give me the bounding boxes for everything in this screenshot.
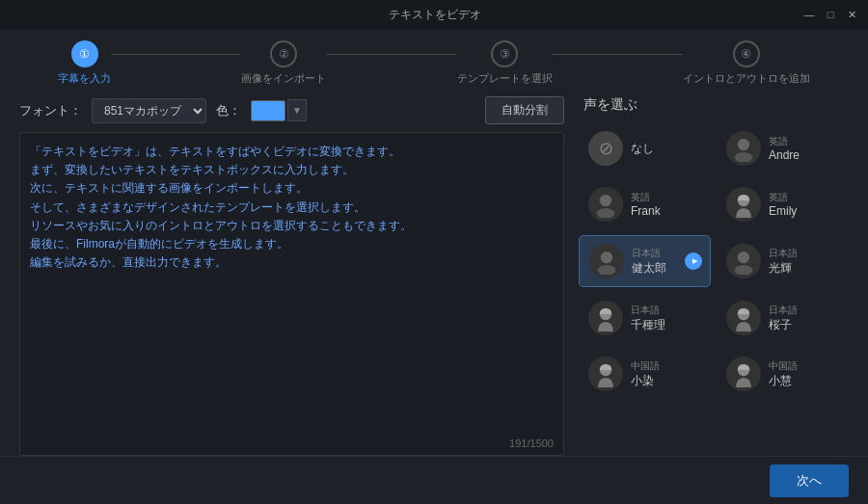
voice-avatar-kentaro (589, 244, 624, 279)
color-swatch[interactable] (251, 100, 285, 121)
step-line-3 (553, 54, 683, 55)
svg-point-1 (735, 152, 753, 162)
voice-lang-chisato: 日本語 (631, 304, 665, 317)
avatar-icon-frank (592, 191, 619, 218)
avatar-icon-chisato (592, 305, 619, 332)
bottom-bar: 次へ (0, 456, 868, 504)
maximize-button[interactable]: □ (824, 8, 837, 21)
voice-info-emily: 英語 Emily (769, 191, 797, 218)
voice-item-chisato[interactable]: 日本語 千種理 (579, 293, 711, 343)
text-input[interactable]: 「テキストをビデオ」は、テキストをすばやくビデオに変換できます。 まず、変換した… (20, 133, 563, 455)
svg-point-6 (598, 265, 616, 275)
voice-name-mitsuki: 光輝 (769, 260, 798, 277)
step-3-label: テンプレートを選択 (457, 71, 553, 86)
voice-item-frank[interactable]: 英語 Frank (579, 179, 711, 229)
step-line-1 (111, 54, 241, 55)
left-panel: フォント： 851マカポップ 色： ▼ 自動分割 「テキストをビデオ」は、テキス… (19, 96, 564, 456)
svg-point-2 (600, 195, 611, 206)
voice-name-frank: Frank (631, 204, 661, 218)
voice-name-sakurako: 桜子 (769, 317, 798, 333)
main-content: フォント： 851マカポップ 色： ▼ 自動分割 「テキストをビデオ」は、テキス… (0, 96, 868, 456)
voice-lang-xiaoran: 中国語 (631, 359, 660, 373)
voice-avatar-xiaohui (726, 357, 761, 391)
voice-name-andre: Andre (769, 148, 800, 162)
svg-point-5 (601, 252, 612, 263)
voice-info-xiaohui: 中国語 小慧 (769, 359, 798, 389)
avatar-icon-sakurako (730, 305, 757, 332)
voice-info-andre: 英語 Andre (769, 135, 800, 162)
voice-info-mitsuki: 日本語 光輝 (769, 247, 798, 277)
voice-title: 声を選ぶ (579, 96, 849, 114)
step-3[interactable]: ③ テンプレートを選択 (457, 40, 553, 86)
voice-lang-emily: 英語 (769, 191, 797, 204)
color-picker[interactable]: ▼ (251, 99, 307, 121)
steps-bar: ① 字幕を入力 ② 画像をインポート ③ テンプレートを選択 ④ イントロとアウ… (0, 29, 868, 96)
voice-item-kentaro[interactable]: 日本語 健太郎 (579, 235, 711, 287)
step-2[interactable]: ② 画像をインポート (241, 40, 326, 86)
voice-item-sakurako[interactable]: 日本語 桜子 (717, 293, 849, 343)
toolbar: フォント： 851マカポップ 色： ▼ 自動分割 (19, 96, 564, 124)
step-4-circle: ④ (733, 40, 760, 67)
avatar-icon-xiaohui (730, 360, 757, 387)
voice-item-mitsuki[interactable]: 日本語 光輝 (717, 235, 849, 287)
voice-info-chisato: 日本語 千種理 (631, 304, 665, 333)
voice-info-kentaro: 日本語 健太郎 (632, 247, 666, 277)
color-dropdown-arrow[interactable]: ▼ (287, 99, 307, 121)
voice-item-xiaoran[interactable]: 中国語 小染 (579, 349, 711, 399)
title-bar: テキストをビデオ — □ ✕ (0, 0, 868, 29)
voice-name-kentaro: 健太郎 (632, 260, 666, 277)
voice-name-xiaohui: 小慧 (769, 373, 798, 389)
step-3-circle: ③ (491, 40, 518, 67)
voice-lang-mitsuki: 日本語 (769, 247, 798, 260)
voice-avatar-xiaoran (588, 357, 623, 391)
voice-play-button-kentaro[interactable] (685, 252, 702, 270)
step-2-circle: ② (270, 40, 297, 67)
voice-item-none[interactable]: ⊘ なし (579, 123, 711, 173)
voice-item-xiaohui[interactable]: 中国語 小慧 (717, 349, 849, 399)
voice-name-xiaoran: 小染 (631, 373, 660, 389)
voice-avatar-frank (588, 187, 623, 222)
voice-item-andre[interactable]: 英語 Andre (717, 123, 849, 173)
close-button[interactable]: ✕ (845, 8, 858, 21)
font-select[interactable]: 851マカポップ (92, 98, 206, 123)
step-4[interactable]: ④ イントロとアウトロを追加 (683, 40, 810, 86)
step-1-label: 字幕を入力 (58, 71, 111, 86)
voice-name-chisato: 千種理 (631, 317, 665, 333)
voice-avatar-emily (726, 187, 761, 222)
voice-info-frank: 英語 Frank (631, 191, 661, 218)
voice-avatar-mitsuki (726, 244, 761, 279)
voice-lang-frank: 英語 (631, 191, 661, 204)
avatar-icon-kentaro (593, 248, 620, 275)
voice-info-xiaoran: 中国語 小染 (631, 359, 660, 389)
voice-avatar-andre (726, 131, 761, 166)
voice-lang-andre: 英語 (769, 135, 800, 148)
voice-lang-kentaro: 日本語 (632, 247, 666, 260)
svg-point-3 (597, 208, 615, 218)
minimize-button[interactable]: — (802, 8, 816, 21)
voice-avatar-chisato (588, 301, 623, 335)
svg-point-7 (738, 252, 749, 263)
voice-avatar-sakurako (726, 301, 761, 335)
none-icon: ⊘ (588, 131, 623, 166)
step-line-2 (326, 54, 456, 55)
voice-info-none: なし (631, 141, 654, 157)
avatar-icon-mitsuki (730, 248, 757, 275)
app-title: テキストをビデオ (68, 7, 802, 23)
step-4-label: イントロとアウトロを追加 (683, 71, 810, 86)
window-controls[interactable]: — □ ✕ (802, 8, 858, 21)
voice-lang-xiaohui: 中国語 (769, 359, 798, 373)
auto-split-button[interactable]: 自動分割 (485, 96, 564, 124)
step-1-circle: ① (71, 40, 98, 67)
svg-point-0 (738, 139, 749, 150)
voice-name-emily: Emily (769, 204, 797, 218)
voice-lang-sakurako: 日本語 (769, 304, 798, 317)
next-button[interactable]: 次へ (770, 464, 849, 497)
char-count: 191/1500 (509, 438, 554, 449)
voice-item-emily[interactable]: 英語 Emily (717, 179, 849, 229)
step-1[interactable]: ① 字幕を入力 (58, 40, 111, 86)
voice-info-sakurako: 日本語 桜子 (769, 304, 798, 333)
voice-grid: ⊘ なし 英語 Andre (579, 123, 849, 399)
avatar-icon-xiaoran (592, 360, 619, 387)
font-label: フォント： (19, 102, 82, 119)
voice-name-none: なし (631, 141, 654, 157)
